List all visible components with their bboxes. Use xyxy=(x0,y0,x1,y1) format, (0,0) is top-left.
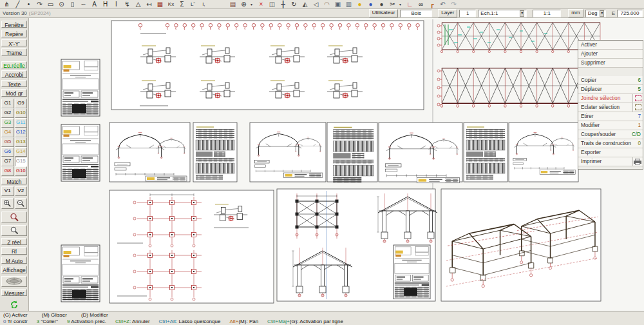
cut-icon[interactable]: ✂ xyxy=(388,0,397,8)
mirror-horizontal-icon[interactable]: ◁ xyxy=(312,0,320,8)
angle-unit-dropdown[interactable]: Deg▾ xyxy=(585,10,606,17)
scale-value-field[interactable]: 1:1 xyxy=(533,10,561,17)
menu-item-joindre-selection[interactable]: Joindre sélection xyxy=(578,94,643,103)
sidebar-button-repere[interactable]: Repère xyxy=(1,30,27,37)
copy-object-icon[interactable]: ◫ xyxy=(268,0,276,8)
zoom-out-button[interactable] xyxy=(15,198,27,209)
search-icon[interactable]: ∞ xyxy=(417,0,425,8)
level-icon[interactable]: l, xyxy=(200,0,208,8)
zoom-dropdown-caret[interactable]: ▾ xyxy=(251,2,254,6)
group-button-g5[interactable]: G5 xyxy=(1,137,14,147)
redo-icon[interactable]: ↷ xyxy=(450,0,458,8)
modules-icon[interactable]: ▤ xyxy=(229,0,237,8)
triangle-tool-icon[interactable]: △ xyxy=(134,0,142,8)
affichage-button[interactable]: Affichage xyxy=(1,266,27,273)
menu-item-supprimer[interactable]: Supprimer xyxy=(578,59,643,68)
group-button-g6[interactable]: G6 xyxy=(1,147,14,157)
unit-button[interactable]: mm xyxy=(568,9,583,17)
light-yellow-icon[interactable]: ● xyxy=(355,0,364,8)
rectangle-tool-icon[interactable]: ▭ xyxy=(46,0,55,8)
group-button-g16[interactable]: G16 xyxy=(15,166,28,176)
menu-item-modifier[interactable]: Modifier1 xyxy=(578,121,643,130)
dimension-tool-icon[interactable]: H xyxy=(101,0,109,8)
mesurer-button[interactable]: Mesurer xyxy=(1,289,27,296)
menu-item-ajouter[interactable]: Ajouter xyxy=(578,50,643,59)
menu-item-imprimer[interactable]: Imprimer xyxy=(578,157,643,166)
move-icon[interactable]: ╋ xyxy=(279,0,287,8)
group-button-g3[interactable]: G3 xyxy=(1,118,14,128)
group-button-g14[interactable]: G14 xyxy=(15,147,28,157)
layer-value-field[interactable]: 1 xyxy=(459,10,476,17)
menu-item-deplacer[interactable]: Déplacer5 xyxy=(578,85,643,94)
axis-icon[interactable]: ∟ xyxy=(406,0,414,8)
drawing-canvas[interactable] xyxy=(29,18,644,311)
duplicate-alt-icon[interactable]: ▥ xyxy=(345,0,353,8)
group-button-g10[interactable]: G10 xyxy=(15,108,28,118)
line-tool-icon[interactable]: ╱ xyxy=(14,0,22,8)
delete-icon[interactable]: × xyxy=(257,0,265,8)
wheel-button[interactable] xyxy=(1,276,27,287)
cut-dropdown-caret[interactable]: ▾ xyxy=(399,2,403,6)
rotate-icon[interactable]: ↻ xyxy=(290,0,298,8)
utilisateur-button[interactable]: Utilisateur xyxy=(369,9,399,17)
zoom-selection-button[interactable] xyxy=(1,212,27,222)
sidebar-button-trame[interactable]: Trame xyxy=(1,48,27,55)
m-auto-button[interactable]: M Auto xyxy=(1,257,27,264)
e-value-field[interactable]: 725.000 xyxy=(617,10,643,17)
chevron-down-icon[interactable]: ▾ xyxy=(600,10,604,17)
group-button-g7[interactable]: G7 xyxy=(1,157,14,166)
sidebar-button-fenetre[interactable]: Fenêtre xyxy=(1,21,27,28)
point-tool-icon[interactable]: • xyxy=(24,0,33,8)
light-blue-icon[interactable]: ● xyxy=(366,0,375,8)
zoom-previous-button[interactable] xyxy=(1,225,27,236)
corner-angle-icon[interactable]: L˘ xyxy=(189,0,197,8)
view-button-v2[interactable]: V2 xyxy=(15,186,28,196)
select-tool-icon[interactable]: ⋔ xyxy=(3,0,11,8)
corner-wall-icon[interactable]: ┏ xyxy=(428,0,436,8)
group-button-g1[interactable]: G1 xyxy=(1,99,14,108)
spline-tool-icon[interactable]: ∼ xyxy=(79,0,88,8)
dome-icon[interactable]: ◠ xyxy=(323,0,331,8)
undo-icon[interactable]: ↶ xyxy=(439,0,447,8)
text-tool-icon[interactable]: A xyxy=(90,0,99,8)
menu-item-copier[interactable]: Copier6 xyxy=(578,76,643,85)
group-button-g11[interactable]: G11 xyxy=(15,118,28,128)
group-button-g8[interactable]: G8 xyxy=(1,166,14,176)
sum-icon[interactable]: Σ xyxy=(178,0,186,8)
zoom-in-button[interactable] xyxy=(1,198,14,209)
group-button-g4[interactable]: G4 xyxy=(1,128,14,137)
group-button-g15[interactable]: G15 xyxy=(15,157,28,166)
rl-button[interactable]: Rl xyxy=(1,247,27,254)
menu-item-eclater-selection[interactable]: Eclater sélection xyxy=(578,103,643,112)
arc-tool-icon[interactable]: ↷ xyxy=(35,0,44,8)
join-selection-icon[interactable] xyxy=(632,94,643,103)
explode-selection-icon[interactable] xyxy=(632,103,643,112)
zoom-tool-icon[interactable]: ⊕ xyxy=(240,0,248,8)
light-dark-icon[interactable]: ● xyxy=(377,0,386,8)
align-tool-icon[interactable]: ↤ xyxy=(145,0,153,8)
sidebar-button-mod-gr[interactable]: Mod gr xyxy=(1,89,27,96)
sidebar-button-xy[interactable]: X'-Y' xyxy=(1,39,27,46)
sidebar-button-ep-reelle[interactable]: Ep.réelle xyxy=(1,61,27,68)
workspace-field[interactable]: Bois xyxy=(400,10,432,17)
duplicate-icon[interactable]: ▣ xyxy=(334,0,342,8)
group-button-g2[interactable]: G2 xyxy=(1,108,14,118)
menu-item-activer[interactable]: Activer xyxy=(578,41,643,50)
view-button-v1[interactable]: V1 xyxy=(1,186,14,196)
kx-icon[interactable]: Kx xyxy=(167,0,175,8)
circle-tool-icon[interactable]: ⊙ xyxy=(57,0,66,8)
sidebar-button-texte[interactable]: Texte xyxy=(1,80,27,87)
box-tool-icon[interactable]: ▯ xyxy=(68,0,77,8)
sidebar-button-accrobj[interactable]: Accrobj xyxy=(1,70,27,77)
ibeam-tool-icon[interactable]: I xyxy=(112,0,120,8)
mirror-vertical-icon[interactable]: ◭ xyxy=(301,0,309,8)
refresh-button[interactable] xyxy=(1,299,27,310)
menu-item-exporter[interactable]: Exporter xyxy=(578,148,643,157)
group-button-g12[interactable]: G12 xyxy=(15,128,28,137)
scale-dropdown[interactable]: Ech.1:1▾ xyxy=(478,10,527,17)
group-button-g13[interactable]: G13 xyxy=(15,137,28,147)
menu-item-traits-construction[interactable]: Traits de construction0 xyxy=(578,139,643,148)
chevron-down-icon[interactable]: ▾ xyxy=(520,10,524,17)
layer-button[interactable]: Layer xyxy=(438,9,457,17)
snap-tool-icon[interactable]: ↯ xyxy=(123,0,131,8)
